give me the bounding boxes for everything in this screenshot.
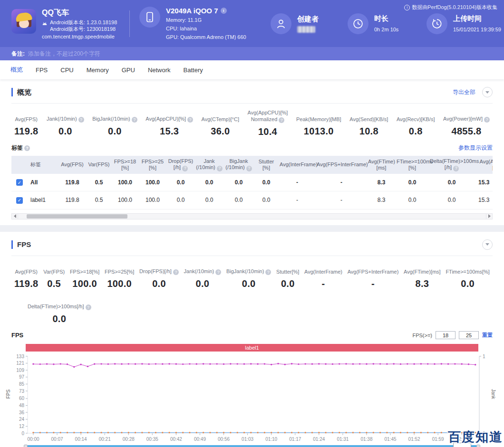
- metric-FTime>=100ms[%]: FTime>=100ms[%]0.0: [446, 262, 490, 289]
- note-label: 备注:: [11, 50, 25, 58]
- help-icon[interactable]: ?: [279, 117, 284, 123]
- cell-value: 0.0: [195, 191, 223, 209]
- metric-label: Stutter[%]: [276, 262, 299, 275]
- col-Avg(FPS+InterFrame): Avg(FPS+InterFrame): [316, 156, 367, 174]
- scroll-left-button[interactable]: [11, 213, 18, 219]
- info-icon: i: [404, 5, 410, 10]
- help-icon[interactable]: ?: [132, 117, 137, 123]
- duration-block: 时长 0h 2m 10s: [348, 13, 415, 34]
- tab-概览[interactable]: 概览: [10, 66, 23, 74]
- help-icon[interactable]: ?: [453, 166, 459, 171]
- datazoom-left-handle[interactable]: [24, 445, 28, 447]
- help-icon[interactable]: ?: [217, 166, 223, 171]
- svg-text:00:28: 00:28: [123, 437, 135, 442]
- svg-text:85: 85: [19, 381, 25, 386]
- metric-label: Avg(FTime)[ms]: [404, 262, 441, 275]
- cell-value: 8.3: [367, 191, 396, 209]
- help-icon[interactable]: ?: [215, 269, 221, 275]
- tab-CPU[interactable]: CPU: [60, 67, 73, 74]
- table-horizontal-scrollbar[interactable]: [11, 213, 493, 219]
- help-icon[interactable]: ?: [265, 269, 271, 275]
- scroll-right-button[interactable]: [486, 213, 493, 219]
- svg-text:01:10: 01:10: [265, 437, 277, 442]
- help-icon[interactable]: ?: [24, 145, 30, 151]
- section-gap: [0, 225, 504, 232]
- device-info-icon[interactable]: i: [221, 8, 227, 14]
- fps-metrics-row1: Avg(FPS)119.8Var(FPS)0.5FPS>=18[%]100.0F…: [11, 256, 493, 290]
- app-package: com.tencent.tmgp.speedmobile: [42, 34, 117, 39]
- cell-value: 15.3: [475, 174, 493, 191]
- upload-time-block: 上传时间 15/01/2021 19:39:59: [426, 13, 501, 34]
- metric-label: Avg(Power)[mW]?: [443, 109, 490, 123]
- metric-label: Avg(FPS+InterFrame): [348, 262, 399, 275]
- metric-label: Avg(FPS): [14, 109, 38, 123]
- cell-value: 0.0: [166, 191, 195, 209]
- duration-label: 时长: [374, 14, 398, 23]
- chart-datazoom-slider[interactable]: [26, 445, 478, 447]
- metric-value: 10.8: [349, 126, 388, 137]
- report-header: QQ飞车 Android版本名: 1.23.0.18198 Android版本号…: [0, 0, 504, 47]
- cell-label-name: All: [28, 174, 58, 191]
- android-icon: [42, 21, 48, 32]
- metric-label: Avg(AppCPU)[%]?: [145, 109, 193, 123]
- svg-text:01:17: 01:17: [289, 437, 301, 442]
- scrollbar-track[interactable]: [18, 213, 486, 219]
- note-bar[interactable]: 备注: 添加备注，不超过200个字符: [0, 47, 504, 60]
- note-input-placeholder[interactable]: 添加备注，不超过200个字符: [28, 50, 100, 58]
- parameter-display-settings-link[interactable]: 参数显示设置: [458, 144, 493, 152]
- tab-FPS[interactable]: FPS: [36, 67, 48, 74]
- overview-collapse-button[interactable]: [482, 87, 493, 97]
- cell-value: 0.0: [429, 191, 475, 209]
- cell-value: 0.5: [87, 191, 111, 209]
- tab-Network[interactable]: Network: [148, 67, 171, 74]
- help-icon[interactable]: ?: [182, 166, 188, 171]
- metric-value: 0.0: [446, 278, 490, 289]
- metric-value: -: [304, 278, 342, 289]
- tab-Battery[interactable]: Battery: [184, 67, 203, 74]
- metric-Avg(Power)[mW]: Avg(Power)[mW]?4855.8: [443, 109, 490, 137]
- row-checkbox[interactable]: ✓: [16, 179, 23, 186]
- overview-title: 概览: [11, 88, 31, 96]
- help-icon[interactable]: ?: [86, 304, 91, 310]
- svg-text:01:38: 01:38: [360, 437, 372, 442]
- app-block: QQ飞车 Android版本名: 1.23.0.18198 Android版本号…: [11, 8, 127, 39]
- svg-text:60: 60: [19, 396, 25, 401]
- export-all-link[interactable]: 导出全部: [453, 88, 475, 96]
- metric-Avg(Send)[KB/s]: Avg(Send)[KB/s]10.8: [349, 109, 388, 137]
- svg-text:24: 24: [19, 417, 25, 422]
- app-icon: [11, 9, 36, 34]
- reset-link[interactable]: 重置: [482, 332, 493, 339]
- svg-text:12: 12: [19, 423, 25, 428]
- svg-text:01:31: 01:31: [337, 437, 349, 442]
- fps-collapse-button[interactable]: [482, 239, 493, 250]
- help-icon[interactable]: ?: [246, 166, 252, 171]
- device-gpu: GPU: Qualcomm Adreno (TM) 660: [166, 33, 246, 41]
- help-icon[interactable]: ?: [484, 117, 490, 123]
- metric-value: 4855.8: [443, 126, 490, 137]
- metric-value: 0.0: [276, 278, 299, 289]
- cell-value: 0.0: [223, 191, 254, 209]
- metric-Var(FPS): Var(FPS)0.5: [43, 262, 65, 289]
- fps-threshold-input-1[interactable]: [436, 331, 456, 339]
- metric-label: BigJank(/10min)?: [226, 262, 271, 275]
- metric-Peak(Memory)[MB]: Peak(Memory)[MB]1013.0: [296, 109, 341, 137]
- tab-Memory[interactable]: Memory: [87, 67, 109, 74]
- fps-threshold-input-2[interactable]: [459, 331, 479, 339]
- cell-checkbox: ✓: [11, 191, 28, 209]
- svg-text:00:14: 00:14: [75, 437, 87, 442]
- metric-value: 0.8: [397, 126, 435, 137]
- svg-text:01:52: 01:52: [408, 437, 420, 442]
- metric-value: 1013.0: [296, 126, 341, 137]
- cell-value: 0.0: [396, 191, 429, 209]
- metric-BigJank(/10min): BigJank(/10min)?0.0: [226, 262, 271, 289]
- cell-value: 119.8: [58, 174, 87, 191]
- help-icon[interactable]: ?: [187, 117, 193, 123]
- fps-chart-svg: 012243648607385971091211330100:0000:0700…: [11, 352, 493, 444]
- row-checkbox[interactable]: ✓: [16, 197, 23, 204]
- page: QQ飞车 Android版本名: 1.23.0.18198 Android版本号…: [0, 0, 504, 447]
- help-icon[interactable]: ?: [78, 117, 84, 123]
- help-icon[interactable]: ?: [173, 269, 179, 275]
- col-BigJank: BigJank(/10min)?: [223, 156, 254, 174]
- scrollbar-thumb[interactable]: [27, 214, 127, 219]
- tab-GPU[interactable]: GPU: [122, 67, 135, 74]
